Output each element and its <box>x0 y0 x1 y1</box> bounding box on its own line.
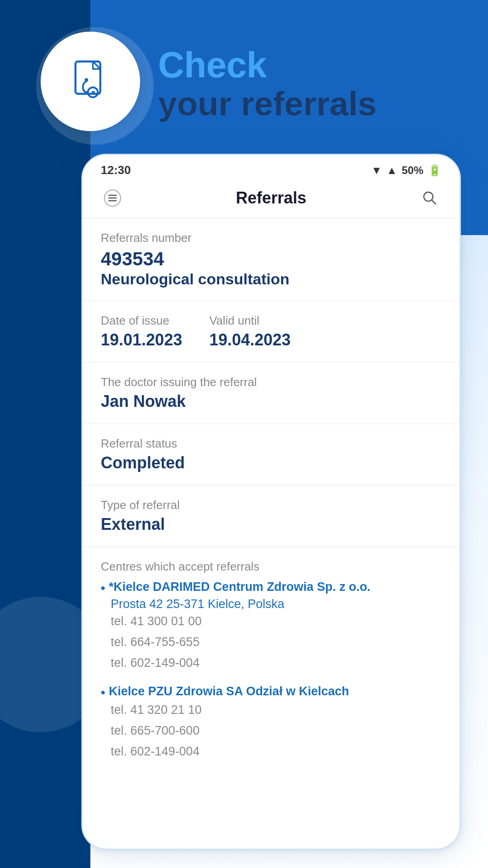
centre-item-1: • *Kielce DARIMED Centrum Zdrowia Sp. z … <box>101 580 441 674</box>
type-section: Type of referral External <box>83 486 460 547</box>
referral-number-label: Referrals number <box>101 231 441 245</box>
status-bar: 12:30 ▼ ▲ 50% 🔋 <box>83 155 460 182</box>
valid-until-label: Valid until <box>209 314 291 328</box>
phone-mockup: 12:30 ▼ ▲ 50% 🔋 Referrals <box>81 154 461 850</box>
medical-icon-circle <box>41 32 140 131</box>
type-label: Type of referral <box>101 498 441 512</box>
status-section: Referral status Completed <box>83 424 460 486</box>
centre-2-bullet: • <box>101 685 105 700</box>
centres-label: Centres which accept referrals <box>101 560 441 574</box>
svg-line-12 <box>432 200 436 204</box>
centre-1-name: • *Kielce DARIMED Centrum Zdrowia Sp. z … <box>101 580 441 595</box>
battery-icon: 🔋 <box>428 164 441 177</box>
date-columns: Date of issue 19.01.2023 Valid until 19.… <box>101 314 441 349</box>
doctor-value: Jan Nowak <box>101 392 441 411</box>
referral-number-value: 493534 <box>101 248 441 270</box>
date-of-issue-col: Date of issue 19.01.2023 <box>101 314 182 349</box>
doctor-label: The doctor issuing the referral <box>101 375 441 389</box>
status-icons: ▼ ▲ 50% 🔋 <box>371 164 441 177</box>
date-of-issue-value: 19.01.2023 <box>101 330 182 349</box>
time: 12:30 <box>101 163 131 177</box>
search-button[interactable] <box>418 186 441 210</box>
svg-point-6 <box>92 91 95 94</box>
centre-1-phones: tel. 41 300 01 00 tel. 664-755-655 tel. … <box>111 611 441 674</box>
search-icon <box>421 189 439 207</box>
medical-file-icon <box>66 57 115 106</box>
header-title: Check your referrals <box>158 45 377 123</box>
date-section: Date of issue 19.01.2023 Valid until 19.… <box>83 301 460 363</box>
svg-point-5 <box>84 78 88 82</box>
centre-2-name: • Kielce PZU Zdrowia SA Odział w Kielcac… <box>101 684 441 700</box>
centre-2-phones: tel. 41 320 21 10 tel. 665-700-600 tel. … <box>111 700 441 762</box>
signal-icon: ▲ <box>386 164 397 177</box>
content-area: Referrals number 493534 Neurological con… <box>83 218 460 850</box>
status-value: Completed <box>101 453 441 472</box>
app-bar: Referrals <box>83 182 460 218</box>
centres-section: Centres which accept referrals • *Kielce… <box>83 547 460 785</box>
valid-until-col: Valid until 19.04.2023 <box>209 314 291 349</box>
menu-button[interactable] <box>101 186 124 210</box>
type-value: External <box>101 515 441 534</box>
referral-name-value: Neurological consultation <box>101 270 441 288</box>
status-label: Referral status <box>101 437 441 451</box>
app-title: Referrals <box>236 189 306 208</box>
menu-icon <box>103 189 122 207</box>
centre-1-address: Prosta 42 25-371 Kielce, Polska <box>111 597 441 611</box>
referral-number-section: Referrals number 493534 Neurological con… <box>83 218 460 301</box>
doctor-section: The doctor issuing the referral Jan Nowa… <box>83 363 460 424</box>
centre-item-2: • Kielce PZU Zdrowia SA Odział w Kielcac… <box>101 684 441 762</box>
date-of-issue-label: Date of issue <box>101 314 182 328</box>
battery-label: 50% <box>402 164 423 177</box>
valid-until-value: 19.04.2023 <box>209 330 291 349</box>
header-section: Check your referrals <box>158 45 377 123</box>
centre-1-bullet: • <box>101 581 105 595</box>
wifi-icon: ▼ <box>371 164 382 177</box>
